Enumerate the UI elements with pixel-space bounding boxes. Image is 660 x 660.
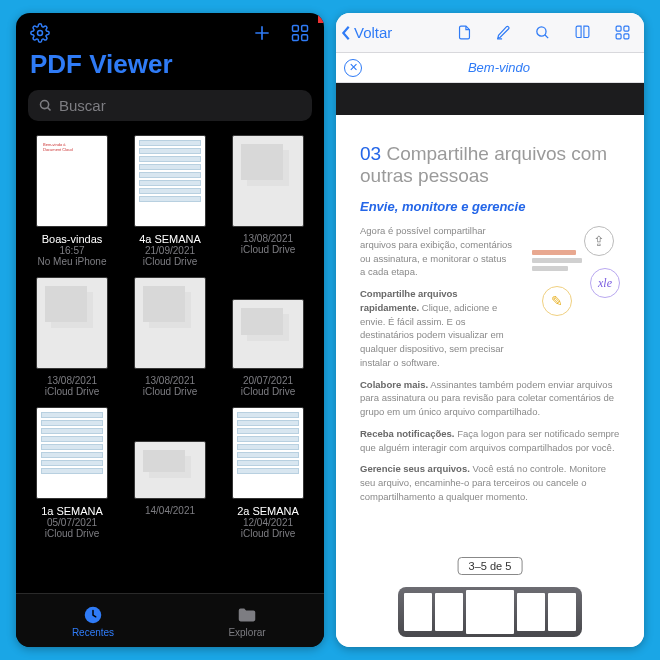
gear-icon xyxy=(30,23,50,43)
page-indicator: 3–5 de 5 xyxy=(458,557,523,575)
share-icon: ⇪ xyxy=(584,226,614,256)
tab-explore[interactable]: Explorar xyxy=(170,594,324,647)
folder-icon xyxy=(236,604,258,626)
svg-rect-15 xyxy=(616,34,621,39)
file-item[interactable]: 13/08/2021 iCloud Drive xyxy=(220,131,316,269)
document-page[interactable]: 03 Compartilhe arquivos com outras pesso… xyxy=(336,115,644,647)
files-grid: Bem-vindo àDocument Cloud Boas-vindas 16… xyxy=(16,131,324,593)
file-item[interactable]: 2a SEMANA 12/04/2021 iCloud Drive xyxy=(220,403,316,541)
signature-icon: xle xyxy=(590,268,620,298)
app-title: PDF Viewer xyxy=(16,47,324,90)
bottom-tab-bar: Recentes Explorar xyxy=(16,593,324,647)
page-thumb-active[interactable] xyxy=(466,590,514,634)
page-thumbnail-tray[interactable] xyxy=(398,587,582,637)
view-mode-button[interactable] xyxy=(290,23,310,43)
pen-icon xyxy=(495,24,512,41)
file-item[interactable]: 14/04/2021 xyxy=(122,403,218,541)
search-icon xyxy=(534,24,551,41)
annotate-button[interactable] xyxy=(486,24,521,41)
svg-rect-4 xyxy=(302,26,308,32)
page-subheading: Envie, monitore e gerencie xyxy=(360,199,620,214)
svg-point-7 xyxy=(41,101,49,109)
intro-paragraph: Agora é possível compartilhar arquivos p… xyxy=(360,224,514,279)
document-icon xyxy=(456,24,473,41)
settings-button[interactable] xyxy=(30,23,50,43)
paragraph: Compartilhe arquivos rapidamente. Clique… xyxy=(360,287,514,370)
document-viewer-panel: Voltar ✕ Bem-vindo 03 Compartilhe arquiv… xyxy=(336,13,644,647)
file-item[interactable]: Bem-vindo àDocument Cloud Boas-vindas 16… xyxy=(24,131,120,269)
book-icon xyxy=(573,24,592,41)
page-thumb[interactable] xyxy=(435,593,463,631)
svg-point-0 xyxy=(38,31,43,36)
file-item[interactable]: 13/08/2021 iCloud Drive xyxy=(24,273,120,399)
thumbnails-button[interactable] xyxy=(605,24,640,41)
search-icon xyxy=(38,98,53,113)
back-button[interactable]: Voltar xyxy=(340,24,392,42)
file-item[interactable]: 13/08/2021 iCloud Drive xyxy=(122,273,218,399)
file-item[interactable]: 4a SEMANA 21/09/2021 iCloud Drive xyxy=(122,131,218,269)
page-thumb[interactable] xyxy=(517,593,545,631)
comment-icon: ✎ xyxy=(542,286,572,316)
plus-icon xyxy=(252,23,272,43)
document-title: Bem-vindo xyxy=(362,60,636,75)
svg-rect-13 xyxy=(616,26,621,31)
paragraph: Gerencie seus arquivos. Você está no con… xyxy=(360,462,620,503)
file-browser-panel: PDF Viewer Buscar Bem-vindo àDocument Cl… xyxy=(16,13,324,647)
clock-icon xyxy=(82,604,104,626)
search-button[interactable] xyxy=(525,24,560,41)
svg-rect-5 xyxy=(293,35,299,41)
search-placeholder: Buscar xyxy=(59,97,106,114)
svg-line-12 xyxy=(545,35,548,38)
grid-icon xyxy=(290,23,310,43)
tab-strip: ✕ Bem-vindo xyxy=(336,53,644,83)
viewer-toolbar: Voltar xyxy=(336,13,644,53)
bookmark-button[interactable] xyxy=(564,24,601,41)
paragraph: Colabore mais. Assinantes também podem e… xyxy=(360,378,620,419)
illustration: ⇪ xle ✎ xyxy=(528,224,620,320)
page-thumb[interactable] xyxy=(404,593,432,631)
close-icon: ✕ xyxy=(349,61,358,74)
file-item[interactable]: 1a SEMANA 05/07/2021 iCloud Drive xyxy=(24,403,120,541)
add-button[interactable] xyxy=(252,23,272,43)
chevron-left-icon xyxy=(340,24,352,42)
page-heading: 03 Compartilhe arquivos com outras pesso… xyxy=(360,143,620,187)
svg-line-8 xyxy=(48,108,51,111)
search-input[interactable]: Buscar xyxy=(28,90,312,121)
paragraph: Receba notificações. Faça logon para ser… xyxy=(360,427,620,455)
svg-rect-14 xyxy=(624,26,629,31)
file-item[interactable]: 20/07/2021 iCloud Drive xyxy=(220,273,316,399)
svg-rect-6 xyxy=(302,35,308,41)
outline-button[interactable] xyxy=(447,24,482,41)
page-gap xyxy=(336,83,644,115)
close-tab-button[interactable]: ✕ xyxy=(344,59,362,77)
svg-rect-3 xyxy=(293,26,299,32)
top-toolbar xyxy=(16,13,324,47)
svg-rect-16 xyxy=(624,34,629,39)
page-thumb[interactable] xyxy=(548,593,576,631)
grid-icon xyxy=(614,24,631,41)
svg-point-11 xyxy=(537,27,546,36)
tab-recents[interactable]: Recentes xyxy=(16,594,170,647)
